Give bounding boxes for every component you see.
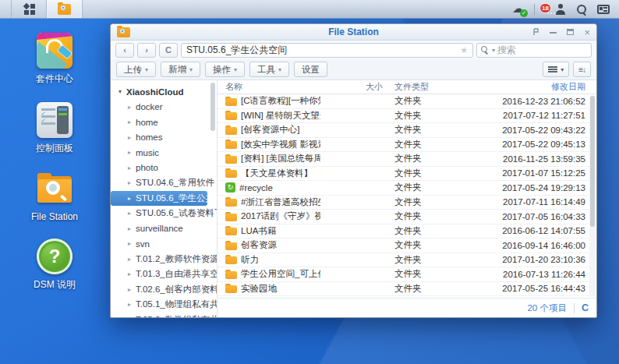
forward-button[interactable]: › xyxy=(137,43,156,58)
search-placeholder: 搜索 xyxy=(497,44,516,57)
sidebar-tree-item[interactable]: ▸STU.05.6_试卷资料下载 xyxy=(111,206,207,221)
sidebar-tree-item[interactable]: ▸photo xyxy=(111,161,207,176)
taskbar-file-station-button[interactable] xyxy=(47,0,83,18)
file-type: 文件夹 xyxy=(383,124,484,136)
file-row[interactable]: LUA书籍文件夹2016-06-12 14:07:55 xyxy=(218,224,596,239)
sort-button[interactable]: ≡↓ xyxy=(573,62,591,77)
sidebar-tree-item[interactable]: ▸T.05.1_物理组私有共享空 xyxy=(111,297,207,313)
search-button[interactable] xyxy=(576,4,587,15)
folder-icon xyxy=(225,226,237,235)
tree-expand-icon[interactable]: ▸ xyxy=(126,210,133,217)
main-menu-button[interactable] xyxy=(11,0,47,18)
toolbar-button-settings[interactable]: 设置 xyxy=(294,62,327,77)
sidebar-tree-item[interactable]: ▸T.05.2_数学组私有共享空 xyxy=(111,313,207,318)
tree-expand-icon[interactable]: ▸ xyxy=(126,118,133,125)
tree-expand-icon[interactable]: ▸ xyxy=(126,240,133,247)
file-row[interactable]: 创客资源文件夹2016-09-14 16:46:00 xyxy=(218,239,596,253)
sidebar-tree-item[interactable]: ▸STU.05.6_学生公共空间 xyxy=(111,191,207,207)
search-input[interactable]: ▾ 搜索 xyxy=(476,43,592,58)
cloud-sync-button[interactable]: ☁ ✓ xyxy=(512,3,524,15)
back-button[interactable]: ‹ xyxy=(115,43,134,58)
file-name: LUA书籍 xyxy=(241,225,276,237)
tree-expand-icon[interactable]: ▸ xyxy=(126,225,133,232)
refresh-list-icon[interactable]: C xyxy=(582,302,589,313)
window-titlebar[interactable]: File Station × xyxy=(111,24,596,41)
tree-expand-icon[interactable]: ▸ xyxy=(126,104,133,111)
tree-collapse-icon[interactable]: ▾ xyxy=(117,88,123,95)
column-header-name[interactable]: 名称 xyxy=(218,81,320,93)
toolbar-button-action[interactable]: 操作▾ xyxy=(205,62,245,77)
tree-item-label: T.01.2_教师软件资源区 xyxy=(136,253,218,265)
toolbar-button-label: 工具 xyxy=(257,64,275,76)
sidebar-tree-item[interactable]: ▸music xyxy=(111,145,207,161)
file-row[interactable]: [创客资源中心]文件夹2017-05-22 09:43:22 xyxy=(218,123,596,138)
list-scrollbar-thumb[interactable] xyxy=(590,96,595,227)
tree-item-label: STU.05.6_学生公共空间 xyxy=(136,193,218,204)
file-modified-date: 2016-07-13 11:26:44 xyxy=(484,270,587,279)
list-view-icon xyxy=(548,66,557,72)
desktop-icon-control-panel[interactable]: 控制面板 xyxy=(14,102,95,155)
sidebar-tree-item[interactable]: ▸T.02.6_创客内部资料 xyxy=(111,282,207,298)
desktop-icon-file-station[interactable]: File Station xyxy=(14,171,95,222)
favorite-star-icon[interactable]: ★ xyxy=(460,45,468,55)
column-header-type[interactable]: 文件类型 xyxy=(383,81,484,93)
column-header-date[interactable]: 修改日期 xyxy=(484,81,587,93)
tree-expand-icon[interactable]: ▸ xyxy=(126,134,133,141)
sidebar-tree-item[interactable]: ▸home xyxy=(111,115,207,130)
tree-expand-icon[interactable]: ▸ xyxy=(126,164,133,171)
desktop-icon-dsm-help[interactable]: ? DSM 说明 xyxy=(14,239,95,292)
refresh-button[interactable]: C xyxy=(159,43,178,58)
file-row[interactable]: 学生公用空间_可上传不能删除文件夹2016-07-13 11:26:44 xyxy=(218,267,596,282)
sidebar-tree-item[interactable]: ▸STU.04.6_常用软件 xyxy=(111,175,207,191)
file-row[interactable]: [资料] [美国总统每周演讲 he Pr...文件夹2016-11-25 13:… xyxy=(218,152,596,167)
tree-expand-icon[interactable]: ▸ xyxy=(126,149,133,156)
path-input[interactable]: STU.05.6_学生公共空间 ★ xyxy=(181,43,473,58)
sidebar-tree-item[interactable]: ▾XiaoshiCloud xyxy=(111,84,207,100)
sidebar-tree-item[interactable]: ▸docker xyxy=(111,100,207,115)
tree-expand-icon[interactable]: ▸ xyxy=(126,195,133,202)
file-row[interactable]: 听力文件夹2017-01-20 23:10:36 xyxy=(218,253,596,268)
toolbar-button-create[interactable]: 新增▾ xyxy=(161,62,200,77)
minimize-icon[interactable] xyxy=(550,31,557,34)
tree-expand-icon[interactable]: ▸ xyxy=(126,286,133,293)
file-row[interactable]: [效实中学视频 影视素材 锦集] [...文件夹2017-05-22 09:45… xyxy=(218,138,596,153)
column-header-size[interactable]: 大小 xyxy=(320,81,383,93)
chevron-down-icon: ▾ xyxy=(234,66,237,73)
file-modified-date: 2017-07-12 11:27:51 xyxy=(484,111,587,120)
file-row[interactable]: 【天文星体资料】 【入门手册】文件夹2017-01-07 15:12:25 xyxy=(218,167,596,182)
tree-item-label: T.01.3_自由港共享空间 xyxy=(136,268,218,280)
sidebar-tree-item[interactable]: ▸T.01.2_教师软件资源区 xyxy=(111,252,207,267)
file-row[interactable]: #浙江省普通高校招生投档及分数...文件夹2017-07-11 16:14:49 xyxy=(218,196,596,210)
desktop-icon-package-center[interactable]: 套件中心 xyxy=(14,33,95,86)
pin-window-icon[interactable] xyxy=(532,28,539,36)
tree-expand-icon[interactable]: ▸ xyxy=(126,256,133,263)
sidebar-scrollbar[interactable] xyxy=(210,83,215,131)
close-icon[interactable]: × xyxy=(584,27,590,37)
tree-expand-icon[interactable]: ▸ xyxy=(126,179,133,186)
user-menu-button[interactable] xyxy=(555,4,566,15)
file-row[interactable]: [WIN] 星特朗天文望远镜CD软件文件夹2017-07-12 11:27:51 xyxy=(218,109,596,124)
file-name: 创客资源 xyxy=(241,239,277,251)
tree-item-label: STU.04.6_常用软件 xyxy=(136,177,214,189)
view-mode-button[interactable]: ▾ xyxy=(543,62,569,77)
sidebar-tree-item[interactable]: ▸homes xyxy=(111,130,207,146)
maximize-icon[interactable] xyxy=(567,29,574,35)
navigation-bar: ‹ › C STU.05.6_学生公共空间 ★ ▾ 搜索 xyxy=(111,41,596,59)
file-row[interactable]: 2017话剧《守岁》视频原文件文件夹2017-07-05 16:04:33 xyxy=(218,210,596,224)
search-options-caret-icon[interactable]: ▾ xyxy=(492,47,495,54)
toolbar-button-tools[interactable]: 工具▾ xyxy=(249,62,289,77)
sidebar-tree-item[interactable]: ▸T.01.3_自由港共享空间 xyxy=(111,267,207,282)
tree-expand-icon[interactable]: ▸ xyxy=(126,270,133,277)
file-row[interactable]: ↻#recycle文件夹2017-05-24 19:29:13 xyxy=(218,181,596,196)
toolbar-button-upload[interactable]: 上传▾ xyxy=(116,62,156,77)
tree-expand-icon[interactable]: ▸ xyxy=(126,301,133,308)
file-list-area: 名称 大小 文件类型 修改日期 [C语言教程][一种你知道的第N+...文件夹2… xyxy=(218,80,596,317)
tree-expand-icon[interactable]: ▸ xyxy=(126,316,133,317)
sidebar-tree-item[interactable]: ▸svn xyxy=(111,236,207,252)
sidebar-tree-item[interactable]: ▸surveillance xyxy=(111,221,207,237)
file-name: [效实中学视频 影视素材 锦集] [... xyxy=(241,139,320,150)
file-row[interactable]: [C语言教程][一种你知道的第N+...文件夹2016-12-23 21:06:… xyxy=(218,94,596,109)
widgets-button[interactable] xyxy=(597,5,610,14)
list-scrollbar-track[interactable] xyxy=(589,95,596,297)
file-row[interactable]: 实验园地文件夹2017-05-25 16:44:43 xyxy=(218,282,596,297)
